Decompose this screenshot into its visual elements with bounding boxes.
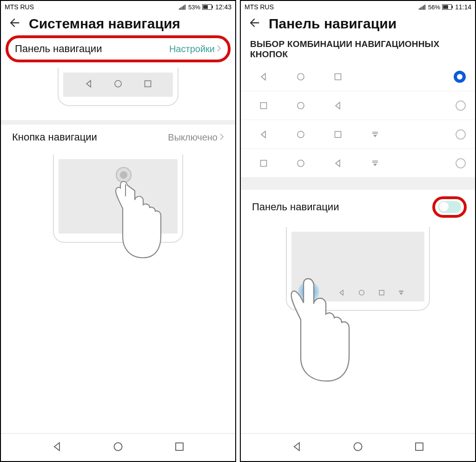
toggle-knob (439, 201, 449, 212)
home-icon (114, 80, 122, 90)
battery-percent: 56% (428, 4, 440, 11)
home-button-nav[interactable] (353, 442, 363, 454)
recent-button-nav[interactable] (414, 442, 424, 454)
nav-button-label: Кнопка навигации (12, 131, 97, 143)
square-recent-icon (378, 289, 385, 298)
preview-nav-bar (63, 73, 173, 97)
svg-point-38 (354, 442, 362, 450)
page-title: Системная навигация (29, 16, 180, 32)
phone-mock-large (53, 154, 183, 243)
square-recent-icon (259, 159, 268, 167)
recent-button-nav[interactable] (174, 442, 185, 454)
svg-point-25 (298, 102, 304, 109)
back-icon (85, 80, 93, 90)
home-button-nav[interactable] (113, 442, 123, 454)
clock: 11:14 (455, 3, 471, 11)
circle-home-icon (297, 101, 305, 110)
system-nav-bar (241, 433, 475, 461)
back-button[interactable] (248, 16, 261, 31)
triangle-back-icon (334, 101, 342, 110)
status-bar: MTS RUS 53% 12:43 (1, 1, 235, 13)
back-button-nav[interactable] (52, 442, 62, 454)
content: ВЫБОР КОМБИНАЦИИ НАВИГАЦИОННЫХ КНОПОК (241, 34, 475, 433)
svg-rect-21 (443, 5, 448, 9)
toggle-label: Панель навигации (252, 201, 339, 213)
svg-rect-1 (180, 7, 181, 10)
svg-rect-0 (179, 8, 180, 10)
svg-rect-27 (335, 131, 341, 137)
nav-panel-value: Настройки (169, 44, 215, 54)
signal-icon (179, 4, 186, 10)
svg-point-22 (298, 74, 304, 80)
carrier-label: MTS RUS (245, 3, 274, 11)
back-button-nav[interactable] (292, 442, 302, 454)
radio-selected[interactable] (454, 71, 466, 83)
radio[interactable] (456, 100, 466, 111)
combo-icons (245, 101, 456, 110)
svg-rect-24 (261, 102, 267, 108)
square-recent-icon (334, 130, 342, 139)
radio[interactable] (456, 158, 466, 168)
combo-section-header: ВЫБОР КОМБИНАЦИИ НАВИГАЦИОННЫХ КНОПОК (241, 34, 475, 62)
svg-rect-39 (416, 443, 423, 450)
phone-mock (58, 68, 178, 106)
svg-point-12 (114, 442, 122, 450)
battery-icon (202, 4, 213, 10)
carrier-label: MTS RUS (5, 3, 34, 11)
combo-row-2[interactable] (241, 91, 475, 120)
triangle-back-icon (334, 159, 342, 167)
svg-rect-4 (185, 5, 185, 10)
dropdown-icon (371, 130, 379, 139)
nav-panel-row[interactable]: Панель навигации Настройки (6, 35, 231, 62)
battery-percent: 53% (188, 4, 200, 11)
toggle-preview (241, 224, 475, 311)
combo-row-1[interactable] (241, 62, 475, 91)
svg-rect-3 (183, 6, 184, 10)
nav-panel-value-wrap: Настройки (169, 44, 221, 54)
svg-point-34 (359, 290, 364, 295)
screen-nav-panel: MTS RUS 56% 11:14 Панель навигации ВЫБОР… (240, 0, 476, 462)
svg-rect-9 (145, 81, 151, 87)
nav-panel-toggle[interactable] (438, 201, 461, 213)
combo-row-3[interactable] (241, 120, 475, 149)
triangle-back-icon (259, 130, 268, 139)
toggle-row: Панель навигации (241, 190, 475, 224)
dropdown-icon (371, 159, 379, 167)
radio[interactable] (456, 129, 466, 140)
nav-button-value: Выключено (168, 132, 218, 143)
back-button[interactable] (8, 16, 21, 31)
circle-home-icon (297, 130, 305, 139)
svg-rect-13 (176, 443, 183, 450)
dropdown-icon (398, 289, 404, 298)
phone-mock-2 (286, 227, 430, 311)
svg-rect-14 (419, 8, 420, 10)
status-right: 56% 11:14 (419, 3, 471, 11)
svg-rect-17 (423, 6, 424, 10)
combo-icons (245, 130, 456, 139)
svg-rect-30 (261, 160, 267, 166)
chevron-right-icon (217, 44, 221, 54)
svg-point-8 (115, 80, 121, 87)
nav-button-preview (1, 150, 235, 257)
hand-icon (106, 178, 162, 261)
combo-icons (245, 159, 456, 167)
page-title: Панель навигации (269, 16, 397, 32)
svg-point-26 (298, 131, 304, 138)
content: Панель навигации Настройки Кнопка навига… (1, 34, 235, 433)
status-bar: MTS RUS 56% 11:14 (241, 1, 475, 13)
signal-icon (419, 4, 426, 10)
circle-home-icon (297, 73, 305, 81)
title-bar: Системная навигация (1, 13, 235, 34)
preview-nav-inside (291, 286, 424, 301)
circle-home-icon (358, 289, 365, 298)
title-bar: Панель навигации (241, 13, 475, 34)
square-recent-icon (334, 73, 342, 81)
combo-row-4[interactable] (241, 149, 475, 178)
preview-screen (59, 159, 178, 234)
svg-point-11 (120, 171, 127, 179)
nav-button-row[interactable]: Кнопка навигации Выключено (1, 125, 235, 150)
triangle-back-icon (338, 289, 345, 298)
preview-screen-2 (291, 232, 424, 301)
section-gap (241, 178, 475, 190)
square-recent-icon (259, 101, 268, 110)
